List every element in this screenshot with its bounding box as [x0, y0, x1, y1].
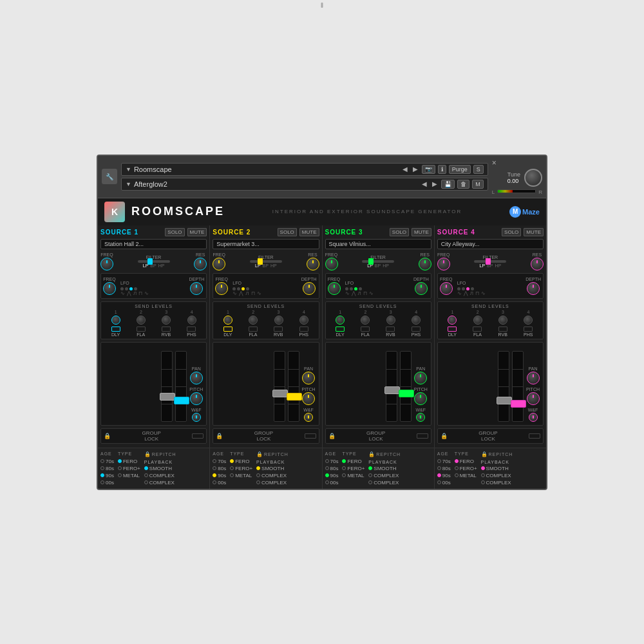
knob-yellow[interactable]	[304, 413, 313, 422]
next-preset-btn[interactable]: ▶	[431, 180, 439, 187]
knob-cyan[interactable]	[190, 282, 203, 295]
group-lock-indicator[interactable]	[305, 433, 316, 439]
knob-green[interactable]	[414, 392, 427, 405]
source-1-fader-right[interactable]	[175, 351, 187, 422]
type-radio-FERO-3[interactable]: FERO	[455, 459, 477, 464]
fader-handle-left[interactable]	[497, 397, 512, 404]
hp-btn[interactable]: HP	[495, 263, 501, 268]
age-radio-80s[interactable]: 80s	[325, 466, 339, 471]
send-mini-knob-2[interactable]	[249, 316, 258, 325]
type-radio-FERO-1[interactable]: FERO	[230, 459, 252, 464]
knob-yellow[interactable]	[302, 392, 315, 405]
knob-yellow[interactable]	[215, 282, 228, 295]
age-radio-80s[interactable]: 80s	[437, 466, 451, 471]
source-1-preset[interactable]: Station Hall 2...	[100, 239, 207, 249]
source-3-preset[interactable]: Square Vilnius...	[325, 239, 431, 249]
knob-cyan[interactable]	[190, 392, 203, 405]
repitch-radio-SMOOTH-0[interactable]: SMOOTH	[144, 466, 176, 471]
source-2-filter-slider[interactable]	[250, 260, 282, 263]
fader-handle-left[interactable]	[384, 386, 400, 394]
effect-label-2[interactable]: RVB	[498, 332, 507, 337]
tri-shape[interactable]: ⋀	[464, 290, 468, 296]
source-2-fader-left[interactable]	[274, 351, 285, 422]
source-1-filter-slider[interactable]	[138, 260, 170, 263]
send-mini-knob-1[interactable]	[448, 316, 457, 325]
repitch-radio-COMPLEX-3[interactable]: COMPLEX	[481, 473, 513, 478]
send-mini-knob-1[interactable]	[111, 316, 120, 325]
saw-shape[interactable]: Л	[358, 290, 361, 296]
hp-btn[interactable]: HP	[270, 263, 277, 268]
group-lock-indicator[interactable]	[192, 433, 204, 439]
sine-shape[interactable]: ∿	[457, 290, 462, 296]
noise-shape[interactable]: ∿	[257, 290, 261, 296]
effect-label-1[interactable]: FLA	[137, 332, 145, 337]
knob-pink[interactable]	[529, 413, 538, 422]
effect-label-2[interactable]: RVB	[386, 332, 395, 337]
age-radio-70s[interactable]: 70s	[325, 459, 339, 464]
type-radio-FERO+-3[interactable]: FERO+	[455, 466, 477, 471]
knob-cyan[interactable]	[192, 413, 201, 422]
source-4-fader-right[interactable]	[512, 351, 524, 422]
repitch-radio-COMPLEX-2[interactable]: COMPLEX	[368, 473, 401, 478]
knob-green[interactable]	[419, 258, 431, 270]
bp-btn[interactable]: BP	[375, 263, 381, 268]
knob-green[interactable]	[415, 282, 428, 295]
age-radio-90s[interactable]: 90s	[213, 473, 226, 478]
next-instrument-btn[interactable]: ▶	[412, 166, 419, 173]
repitch-radio-SMOOTH-2[interactable]: SMOOTH	[368, 466, 401, 471]
effect-label-1[interactable]: FLA	[473, 332, 482, 337]
noise-shape[interactable]: ∿	[144, 290, 149, 296]
knob-green[interactable]	[328, 282, 341, 295]
effect-label-2[interactable]: RVB	[162, 332, 171, 337]
source-1-solo-btn[interactable]: SOLO	[165, 228, 184, 236]
source-2-solo-btn[interactable]: SOLO	[278, 228, 297, 236]
age-radio-00s[interactable]: 00s	[213, 480, 226, 486]
effect-label-3[interactable]: PHS	[412, 332, 421, 337]
purge-btn[interactable]: Purge	[449, 165, 471, 174]
send-mini-knob-2[interactable]	[473, 316, 482, 325]
source-1-fader-left[interactable]	[161, 351, 173, 422]
effect-label-3[interactable]: PHS	[524, 332, 533, 337]
prev-preset-btn[interactable]: ◀	[421, 180, 428, 187]
saw-shape[interactable]: Л	[470, 290, 473, 296]
delete-preset-btn[interactable]: 🗑	[457, 180, 469, 189]
send-mini-knob-3[interactable]	[498, 316, 507, 325]
effect-label-0[interactable]: DLY	[111, 332, 120, 337]
source-3-mute-btn[interactable]: MUTE	[412, 228, 431, 236]
knob-cyan[interactable]	[194, 258, 207, 270]
type-radio-FERO+-1[interactable]: FERO+	[230, 466, 252, 471]
s-btn[interactable]: S	[473, 165, 484, 174]
source-4-solo-btn[interactable]: SOLO	[502, 228, 521, 236]
age-radio-00s[interactable]: 00s	[325, 480, 339, 486]
saw-shape[interactable]: Л	[133, 290, 137, 296]
source-2-preset[interactable]: Supermarket 3...	[213, 239, 319, 249]
fader-handle-right[interactable]	[399, 390, 414, 397]
square-shape[interactable]: ⊓	[138, 290, 142, 296]
source-4-preset[interactable]: City Alleyway...	[437, 239, 544, 249]
knob-green[interactable]	[414, 372, 427, 384]
source-4-mute-btn[interactable]: MUTE	[524, 228, 544, 236]
effect-label-0[interactable]: DLY	[336, 332, 345, 337]
repitch-radio-SMOOTH-1[interactable]: SMOOTH	[256, 466, 289, 471]
tri-shape[interactable]: ⋀	[352, 290, 356, 296]
send-mini-knob-4[interactable]	[524, 316, 533, 325]
send-mini-knob-3[interactable]	[386, 316, 395, 325]
knob-pink[interactable]	[527, 392, 540, 405]
source-3-fader-right[interactable]	[400, 351, 412, 422]
save-preset-btn[interactable]: 💾	[441, 180, 455, 189]
effect-label-3[interactable]: PHS	[299, 332, 308, 337]
knob-pink[interactable]	[527, 282, 540, 295]
knob-cyan[interactable]	[100, 258, 113, 270]
hp-btn[interactable]: HP	[158, 263, 165, 268]
type-radio-FERO-0[interactable]: FERO	[118, 459, 140, 464]
age-radio-70s[interactable]: 70s	[100, 459, 114, 464]
knob-pink[interactable]	[531, 258, 544, 270]
square-shape[interactable]: ⊓	[363, 290, 367, 296]
age-radio-80s[interactable]: 80s	[100, 466, 114, 471]
effect-label-1[interactable]: FLA	[249, 332, 258, 337]
source-3-fader-left[interactable]	[386, 351, 397, 422]
knob-pink[interactable]	[437, 258, 450, 270]
send-mini-knob-4[interactable]	[187, 316, 196, 325]
effect-label-0[interactable]: DLY	[448, 332, 457, 337]
age-radio-00s[interactable]: 00s	[100, 480, 114, 486]
